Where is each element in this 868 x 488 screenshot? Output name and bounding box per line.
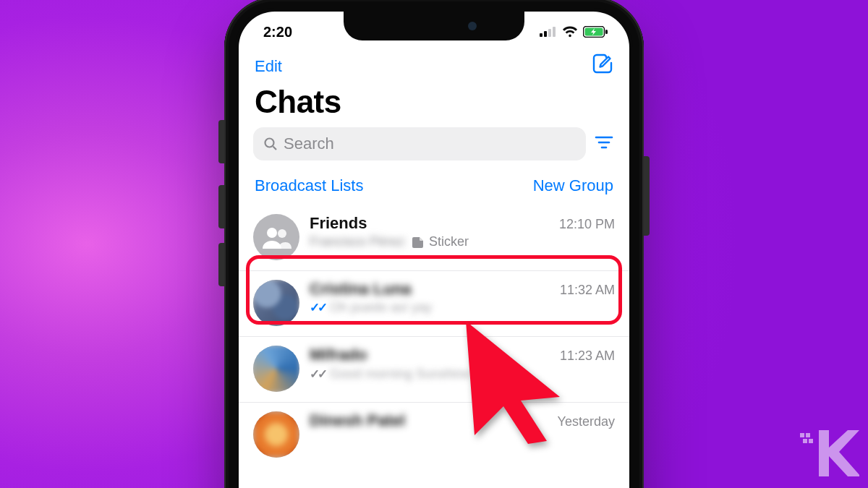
edit-button[interactable]: Edit xyxy=(255,57,282,76)
avatar-group xyxy=(253,214,299,260)
chat-snippet-blurred: Good morning Sunshine xyxy=(330,367,470,382)
chat-list: Friends 12:10 PM Francisco Pérez: Sticke… xyxy=(239,205,629,468)
chat-name-blurred: Dinesh Patel xyxy=(310,411,405,430)
chat-time: 12:10 PM xyxy=(559,217,615,232)
svg-rect-6 xyxy=(605,30,608,34)
search-row: Search xyxy=(239,127,629,169)
chat-snippet: ✓✓ Good morning Sunshine ☀️ xyxy=(310,366,615,382)
compose-button[interactable] xyxy=(592,53,613,80)
nav-row: Edit xyxy=(239,46,629,81)
chat-snippet: Francisco Pérez: Sticker xyxy=(310,234,615,249)
chat-body: Friends 12:10 PM Francisco Pérez: Sticke… xyxy=(310,214,615,249)
new-group-link[interactable]: New Group xyxy=(533,176,613,195)
chat-time: 11:32 AM xyxy=(560,283,615,298)
svg-line-8 xyxy=(273,147,277,150)
phone-screen: 2:20 xyxy=(239,12,629,488)
chat-time: 11:23 AM xyxy=(560,348,615,364)
chat-row[interactable]: Mifrado 11:23 AM ✓✓ Good morning Sunshin… xyxy=(239,337,629,403)
cellular-icon xyxy=(540,27,557,37)
chat-time: Yesterday xyxy=(558,414,615,429)
chat-snippet-label: Sticker xyxy=(429,234,469,249)
svg-rect-1 xyxy=(544,31,547,37)
battery-charging-icon xyxy=(583,26,608,38)
wifi-icon xyxy=(562,26,578,38)
group-icon xyxy=(261,226,292,249)
sticker-icon xyxy=(412,236,425,249)
chat-row-friends[interactable]: Friends 12:10 PM Francisco Pérez: Sticke… xyxy=(239,205,629,271)
chat-row[interactable]: Dinesh Patel Yesterday xyxy=(239,403,629,468)
chat-name: Friends xyxy=(310,214,367,233)
page-title: Chats xyxy=(239,81,629,127)
svg-point-13 xyxy=(278,229,286,238)
filter-icon xyxy=(595,134,613,150)
svg-point-7 xyxy=(265,139,274,147)
svg-rect-3 xyxy=(553,27,556,37)
filter-button[interactable] xyxy=(593,132,615,156)
compose-icon xyxy=(592,53,613,75)
svg-rect-0 xyxy=(540,33,542,37)
svg-rect-16 xyxy=(803,439,807,443)
avatar xyxy=(253,411,299,458)
svg-point-12 xyxy=(267,228,277,238)
delivered-receipt-icon: ✓✓ xyxy=(310,367,326,382)
watermark-k-icon xyxy=(800,430,859,476)
status-time: 2:20 xyxy=(263,24,292,40)
read-receipt-icon: ✓✓ xyxy=(310,300,326,315)
chat-body: Cristina Luna 11:32 AM ✓✓ Oh puedo así y… xyxy=(310,280,615,315)
chat-snippet-blurred: Oh puedo así yay xyxy=(330,300,432,315)
avatar xyxy=(253,346,299,392)
avatar xyxy=(253,280,299,326)
svg-rect-14 xyxy=(800,433,804,437)
subnav: Broadcast Lists New Group xyxy=(239,169,629,205)
chat-row[interactable]: Cristina Luna 11:32 AM ✓✓ Oh puedo así y… xyxy=(239,271,629,337)
sun-emoji: ☀️ xyxy=(475,366,490,382)
status-indicators xyxy=(540,26,608,38)
svg-rect-17 xyxy=(809,439,813,443)
search-input[interactable]: Search xyxy=(253,127,586,160)
svg-rect-15 xyxy=(806,433,810,437)
search-placeholder: Search xyxy=(284,134,334,153)
svg-rect-2 xyxy=(548,29,551,37)
chat-name-blurred: Mifrado xyxy=(310,346,367,364)
chat-name-blurred: Cristina Luna xyxy=(310,280,412,299)
chat-body: Dinesh Patel Yesterday xyxy=(310,411,615,430)
phone-frame: 2:20 xyxy=(224,0,644,488)
chat-snippet: ✓✓ Oh puedo así yay xyxy=(310,300,615,315)
broadcast-lists-link[interactable]: Broadcast Lists xyxy=(255,176,363,195)
search-icon xyxy=(263,137,278,151)
chat-body: Mifrado 11:23 AM ✓✓ Good morning Sunshin… xyxy=(310,346,615,382)
chat-sender-blurred: Francisco Pérez: xyxy=(310,234,407,249)
phone-notch xyxy=(344,12,524,40)
